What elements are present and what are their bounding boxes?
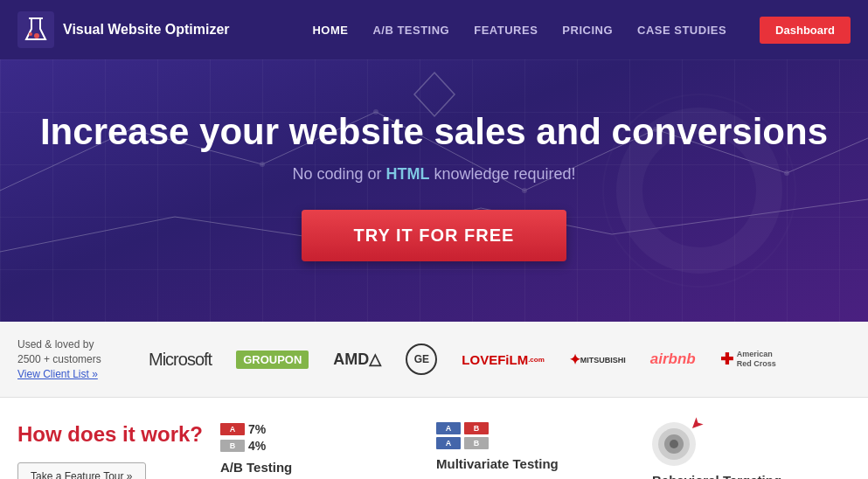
feature-behavioral: ➤ Behavioral Targeting Show personalized: [652, 422, 851, 479]
svg-line-14: [612, 199, 868, 234]
how-left: How does it work? Take a Feature Tour »: [17, 422, 220, 479]
clients-tagline-2: 2500 + customers: [17, 352, 149, 367]
feature-multivariate: A B A B Multivariate Testing Discover wh…: [436, 422, 635, 479]
nav-case-studies[interactable]: CASE STUDIES: [637, 24, 726, 37]
svg-rect-0: [17, 11, 54, 48]
client-groupon: GROUPON: [236, 351, 309, 369]
client-logos: Microsoft GROUPON AMD△ GE LOVEFiLM.com ✦…: [149, 344, 851, 375]
behavioral-title: Behavioral Targeting: [652, 473, 851, 479]
feature-ab-testing: A 7% B 4% A/B Testing Create two (or mor…: [220, 422, 419, 479]
mv-block-a: A: [436, 422, 461, 434]
svg-point-19: [522, 188, 527, 193]
svg-point-17: [260, 162, 265, 167]
ab-block-a-red: A: [220, 423, 245, 435]
hero-bg-decoration: [0, 59, 868, 322]
mv-blocks: A B A B: [436, 422, 489, 449]
mv-block-d: B: [464, 437, 489, 449]
client-microsoft: Microsoft: [149, 350, 212, 370]
nav-home[interactable]: HOME: [312, 24, 348, 37]
view-client-list-link[interactable]: View Client List »: [17, 368, 98, 380]
svg-point-1: [29, 32, 32, 36]
try-free-button[interactable]: TRY IT FOR FREE: [302, 210, 567, 261]
ab-testing-title: A/B Testing: [220, 460, 419, 475]
nav-ab-testing[interactable]: A/B TESTING: [372, 24, 449, 37]
clients-text: Used & loved by 2500 + customers View Cl…: [17, 337, 149, 381]
mv-block-b: B: [464, 422, 489, 434]
behavioral-icon-area: ➤: [652, 422, 851, 466]
ab-block-b-gray: B: [220, 440, 245, 452]
client-redcross: ✚ AmericanRed Cross: [720, 350, 776, 369]
dashboard-button[interactable]: Dashboard: [760, 17, 851, 44]
ab-testing-icon-area: A 7% B 4%: [220, 422, 419, 453]
ab-pct-7: 7%: [248, 422, 273, 436]
logo-text: Visual Website Optimizer: [63, 21, 230, 38]
main-nav: HOME A/B TESTING FEATURES PRICING CASE S…: [312, 17, 851, 44]
client-airbnb: airbnb: [650, 351, 696, 368]
ab-pct-4: 4%: [248, 439, 273, 453]
client-mitsubishi: ✦ MITSUBISHI: [569, 351, 626, 368]
ab-blocks: A 7% B 4%: [220, 422, 273, 453]
feature-tour-button[interactable]: Take a Feature Tour »: [17, 462, 146, 479]
client-amd: AMD△: [333, 350, 381, 369]
logo-area: Visual Website Optimizer: [17, 11, 312, 48]
nav-features[interactable]: FEATURES: [474, 24, 538, 37]
svg-marker-15: [414, 73, 455, 116]
mv-block-c: A: [436, 437, 461, 449]
features-grid: A 7% B 4% A/B Testing Create two (or mor…: [220, 422, 851, 479]
multivariate-icon-area: A B A B: [436, 422, 635, 449]
hero-headline: Increase your website sales and conversi…: [40, 111, 828, 153]
nav-pricing[interactable]: PRICING: [562, 24, 613, 37]
svg-point-2: [34, 33, 39, 38]
clients-strip: Used & loved by 2500 + customers View Cl…: [0, 322, 868, 398]
svg-line-10: [0, 217, 175, 252]
client-ge: GE: [406, 344, 437, 375]
multivariate-title: Multivariate Testing: [436, 456, 635, 471]
how-section: How does it work? Take a Feature Tour » …: [0, 398, 868, 479]
client-lovefilm: LOVEFiLM.com: [462, 352, 545, 367]
hero-section: Increase your website sales and conversi…: [0, 59, 868, 322]
how-title: How does it work?: [17, 422, 203, 447]
header: Visual Website Optimizer HOME A/B TESTIN…: [0, 0, 868, 59]
logo-icon: [17, 11, 54, 48]
clients-tagline-1: Used & loved by: [17, 337, 149, 352]
hero-subtitle: No coding or HTML knowledge required!: [292, 165, 575, 184]
svg-point-21: [784, 170, 789, 176]
